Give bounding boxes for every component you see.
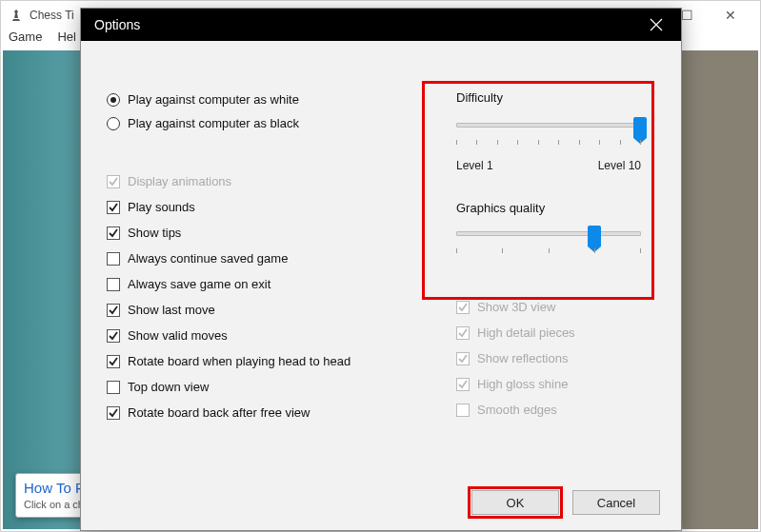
graphics-quality-label: Graphics quality [456,201,545,215]
checkbox-label: Play sounds [128,200,195,214]
checkbox-label: High gloss shine [477,377,568,391]
checkbox-icon [107,329,120,343]
checkbox-icon [107,355,120,368]
checkbox-icon [456,404,470,417]
slider-track [456,231,641,236]
difficulty-ticks [456,140,641,145]
checkbox-label: Display animations [128,174,231,188]
checkbox-icon [107,201,120,214]
checkbox-label: Show reflections [477,351,568,365]
radio-icon [107,93,120,107]
radio-label: Play against computer as white [128,92,299,107]
checkbox-label: Always continue saved game [128,251,288,266]
check-show-reflections: Show reflections [456,351,575,365]
graphics-quality-slider[interactable] [456,231,641,236]
check-high-gloss-shine: High gloss shine [456,377,575,391]
radio-label: Play against computer as black [128,116,299,130]
check-show-3d-view: Show 3D view [456,300,575,314]
checkbox-icon [107,175,120,188]
checkbox-icon [456,352,470,365]
ok-button[interactable]: OK [471,490,559,515]
close-icon [650,18,663,31]
checkbox-icon [456,378,470,391]
checkbox-icon [107,227,120,240]
checkbox-label: Rotate board back after free view [128,405,310,420]
options-dialog: Options Play against computer as white P… [80,8,682,531]
radio-icon [107,117,120,130]
dialog-button-row: OK Cancel [471,490,660,515]
cancel-button[interactable]: Cancel [572,490,660,515]
app-title: Chess Ti [30,9,74,22]
close-button[interactable]: ✕ [709,1,752,30]
check-top-down-view[interactable]: Top down view [107,380,350,394]
check-show-tips[interactable]: Show tips [107,226,350,240]
menu-help[interactable]: Hel [57,30,76,50]
slider-thumb[interactable] [633,117,647,138]
check-display-animations: Display animations [107,174,350,188]
checkbox-label: Smooth edges [477,403,557,417]
chess-app-icon [9,8,24,23]
slider-track [456,123,641,128]
check-show-valid-moves[interactable]: Show valid moves [107,328,350,343]
slider-thumb[interactable] [588,226,601,246]
checkbox-icon [107,278,120,291]
radio-play-black[interactable]: Play against computer as black [107,116,299,130]
check-rotate-head-to-head[interactable]: Rotate board when playing head to head [107,354,350,368]
radio-play-white[interactable]: Play against computer as white [107,92,299,107]
checkbox-label: High detail pieces [477,325,575,340]
check-always-continue-saved[interactable]: Always continue saved game [107,251,350,266]
checkbox-label: Top down view [128,380,209,394]
check-always-save-exit[interactable]: Always save game on exit [107,277,350,291]
checkbox-label: Rotate board when playing head to head [128,354,350,368]
difficulty-max-label: Level 10 [598,159,641,172]
checkbox-icon [107,381,120,394]
dialog-body: Play against computer as white Play agai… [81,41,681,530]
highlight-sliders [422,81,654,300]
menu-game[interactable]: Game [9,30,42,50]
checkbox-icon [456,326,470,340]
difficulty-level-labels: Level 1 Level 10 [456,159,641,172]
dialog-close-button[interactable] [645,13,668,36]
difficulty-label: Difficulty [456,90,503,105]
checkbox-icon [107,252,120,266]
difficulty-min-label: Level 1 [456,159,493,172]
check-show-last-move[interactable]: Show last move [107,303,350,317]
checkbox-label: Show 3D view [477,300,555,314]
difficulty-slider[interactable] [456,123,641,128]
dialog-titlebar: Options [81,9,681,41]
check-high-detail-pieces: High detail pieces [456,325,575,340]
graphics-ticks [456,248,641,253]
play-side-radio-group: Play against computer as white Play agai… [107,92,299,140]
checkbox-icon [107,304,120,317]
check-smooth-edges: Smooth edges [456,403,575,417]
checkbox-label: Show last move [128,303,215,317]
dialog-title: Options [94,17,140,32]
checkbox-label: Show valid moves [128,328,228,343]
checkbox-label: Always save game on exit [128,277,270,291]
left-checkbox-list: Display animations Play sounds Show tips… [107,174,350,431]
graphics-checkbox-list: Show 3D view High detail pieces Show ref… [456,300,575,428]
checkbox-icon [456,301,470,314]
check-rotate-after-free[interactable]: Rotate board back after free view [107,405,350,420]
checkbox-icon [107,406,120,420]
checkbox-label: Show tips [128,226,181,240]
check-play-sounds[interactable]: Play sounds [107,200,350,214]
